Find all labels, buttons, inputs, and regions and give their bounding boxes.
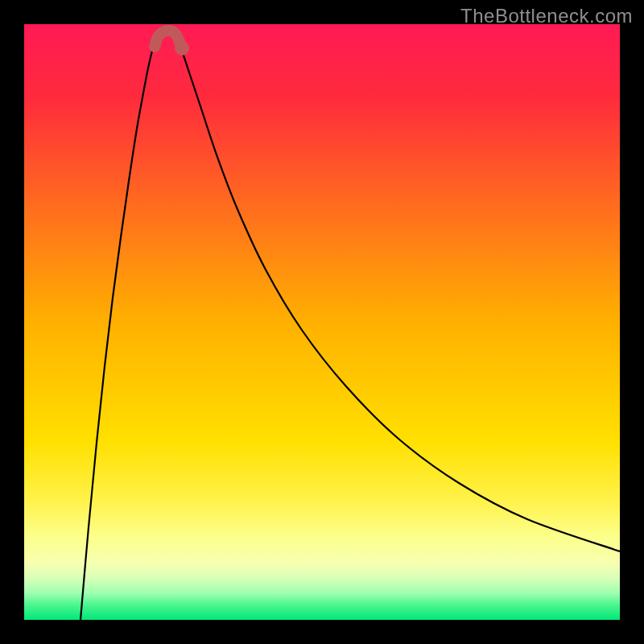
plot-area — [24, 24, 620, 620]
chart-stage: TheBottleneck.com — [0, 0, 644, 644]
curve-left-branch — [80, 34, 161, 620]
curve-right-branch — [175, 34, 620, 551]
valley-end-dot — [175, 41, 189, 56]
curve-layer — [24, 24, 620, 620]
